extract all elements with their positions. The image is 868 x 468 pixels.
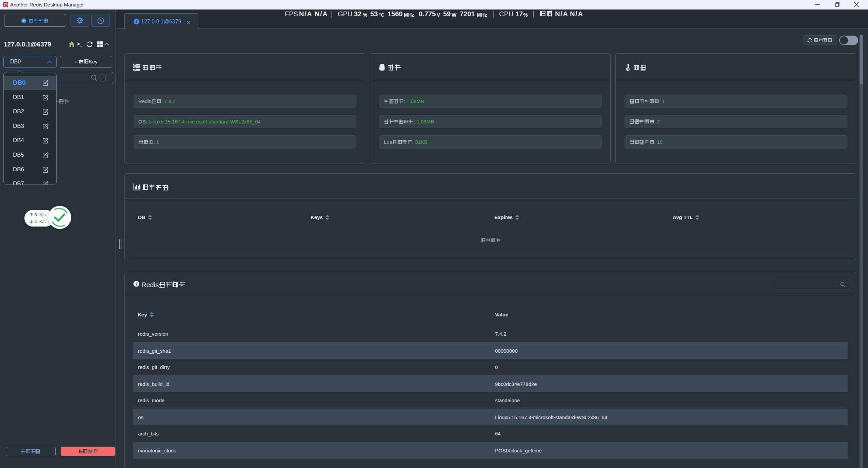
svg-text:i: i	[136, 281, 137, 287]
